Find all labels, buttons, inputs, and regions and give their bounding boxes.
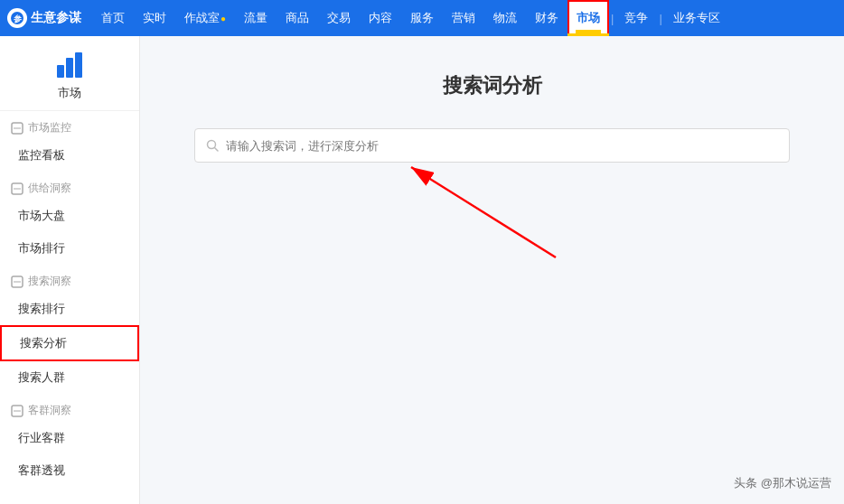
- logo: 参 生意参谋: [7, 8, 81, 28]
- top-navigation: 参 生意参谋 首页 实时 作战室 ● 流量 商品 交易 内容 服务 营销 物流 …: [0, 0, 844, 36]
- sidebar-item-market-rank[interactable]: 市场排行: [0, 232, 139, 265]
- nav-item-business[interactable]: 业务专区: [664, 0, 729, 36]
- nav-item-marketing[interactable]: 营销: [443, 0, 484, 36]
- nav-item-content[interactable]: 内容: [360, 0, 401, 36]
- sidebar-item-monitor-board[interactable]: 监控看板: [0, 139, 139, 172]
- yellow-underline: [576, 30, 601, 33]
- sidebar-header: 市场: [0, 36, 139, 111]
- nav-item-service[interactable]: 服务: [401, 0, 443, 36]
- nav-item-warroom[interactable]: 作战室 ●: [175, 0, 235, 36]
- nav-item-logistics[interactable]: 物流: [484, 0, 526, 36]
- svg-rect-4: [75, 52, 82, 78]
- hot-badge: ●: [220, 14, 226, 23]
- page-title: 搜索词分析: [194, 72, 790, 99]
- watermark: 头条 @那木说运营: [734, 475, 831, 491]
- nav-separator: |: [609, 12, 615, 25]
- logo-icon: 参: [7, 8, 27, 28]
- svg-rect-3: [66, 58, 73, 78]
- market-icon: [53, 49, 86, 81]
- sidebar: 市场 市场监控 监控看板 供给洞察 市场大盘 市场排行 搜索洞察 搜索排行 搜索…: [0, 36, 140, 504]
- nav-separator2: |: [657, 12, 663, 25]
- nav-item-market[interactable]: 市场: [567, 0, 609, 36]
- sidebar-item-industry-crowd[interactable]: 行业客群: [0, 422, 139, 454]
- nav-item-realtime[interactable]: 实时: [134, 0, 175, 36]
- search-bar[interactable]: [194, 128, 790, 163]
- nav-item-finance[interactable]: 财务: [526, 0, 567, 36]
- nav-item-trade[interactable]: 交易: [318, 0, 360, 36]
- nav-item-home[interactable]: 首页: [92, 0, 134, 36]
- svg-line-14: [215, 148, 219, 152]
- search-icon: [206, 139, 219, 152]
- sidebar-item-crowd-insight[interactable]: 客群透视: [0, 454, 139, 487]
- svg-rect-2: [57, 65, 64, 78]
- nav-item-competition[interactable]: 竞争: [615, 0, 657, 36]
- nav-item-product[interactable]: 商品: [277, 0, 318, 36]
- section-search-insight: 搜索洞察: [0, 265, 139, 293]
- section-customer-insight: 客群洞察: [0, 394, 139, 422]
- sidebar-item-market-overview[interactable]: 市场大盘: [0, 200, 139, 232]
- nav-item-traffic[interactable]: 流量: [235, 0, 277, 36]
- sidebar-item-search-crowd[interactable]: 搜索人群: [0, 361, 139, 394]
- nav-items: 首页 实时 作战室 ● 流量 商品 交易 内容 服务 营销 物流 财务 市场 |…: [92, 0, 837, 36]
- section-market-monitor: 市场监控: [0, 111, 139, 139]
- sidebar-item-search-analysis[interactable]: 搜索分析: [0, 325, 139, 361]
- svg-line-16: [411, 167, 556, 257]
- sidebar-item-search-rank[interactable]: 搜索排行: [0, 293, 139, 325]
- search-input[interactable]: [226, 139, 778, 153]
- svg-text:参: 参: [14, 14, 23, 23]
- logo-label: 生意参谋: [31, 10, 81, 26]
- main-content: 搜索词分析 头条 @那木: [140, 36, 844, 504]
- section-supply-insight: 供给洞察: [0, 172, 139, 200]
- main-layout: 市场 市场监控 监控看板 供给洞察 市场大盘 市场排行 搜索洞察 搜索排行 搜索…: [0, 36, 844, 504]
- sidebar-top-label: 市场: [58, 85, 81, 101]
